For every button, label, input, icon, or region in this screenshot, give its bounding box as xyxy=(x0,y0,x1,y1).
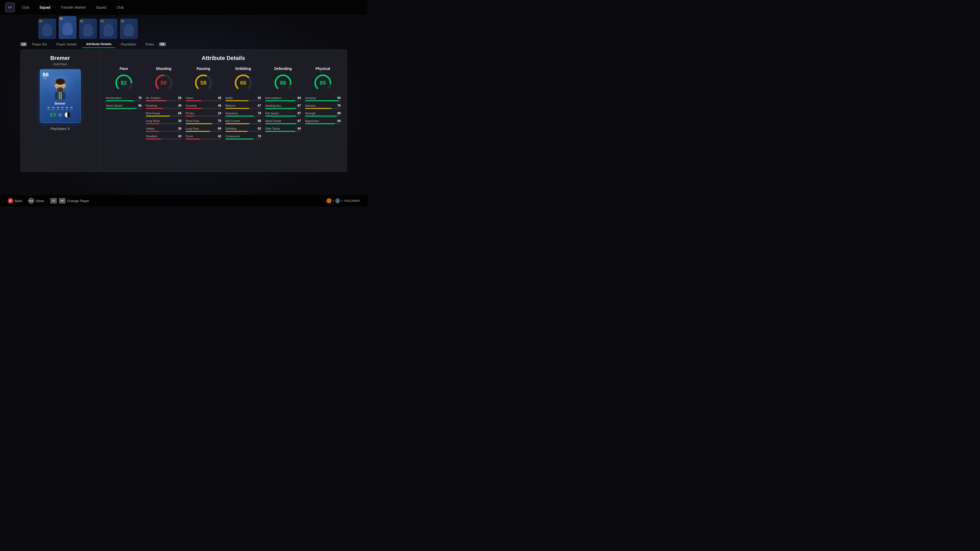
stat-value: 45 xyxy=(218,96,221,100)
card-stat-sho: 50SHO xyxy=(52,106,55,110)
attribute-details-title: Attribute Details xyxy=(106,55,341,62)
card-player-name: Bremer xyxy=(55,102,65,105)
category-physical: Physical85Jumping94Stamina75Strength89Ag… xyxy=(305,67,341,140)
stat-name: Finishing xyxy=(146,104,157,107)
lt-button[interactable]: LT xyxy=(50,198,57,203)
gauge-number-passing: 58 xyxy=(200,79,207,86)
stat-name: Composure xyxy=(225,135,240,138)
stat-name: Long Pass xyxy=(186,127,199,130)
stat-list-dribbling: Agility65Balance67Reactions79Ball Contro… xyxy=(225,96,261,140)
views-label: Views xyxy=(35,199,44,203)
stat-row: Penalties43 xyxy=(146,135,181,140)
player-thumb-1[interactable]: 86 xyxy=(38,19,56,39)
stat-name: Short Pass xyxy=(186,119,199,122)
stat-name: Att. Position xyxy=(146,97,161,100)
player-type: Gold Rare xyxy=(53,62,67,66)
gauge-number-pace: 82 xyxy=(121,79,127,86)
nav-club[interactable]: Club xyxy=(20,4,32,11)
stat-name: Dribbling xyxy=(225,127,236,130)
r-button[interactable]: ◄R► xyxy=(28,198,34,203)
nav-squad2[interactable]: Squad xyxy=(94,4,108,11)
nav-squad[interactable]: Squad xyxy=(38,4,52,11)
svg-point-8 xyxy=(64,84,66,87)
tgamer-logo: THEGAMER xyxy=(344,199,360,202)
rt-button[interactable]: RT xyxy=(59,198,65,203)
category-shooting: Shooting50Att. Position58Finishing49Shot… xyxy=(146,67,181,140)
stat-value: 68 xyxy=(258,119,261,123)
stat-row: Dribbling62 xyxy=(225,127,261,132)
stat-row: Shot Power68 xyxy=(146,111,181,117)
bottom-nav-left: B Back ◄R► Views LT RT Change Player xyxy=(8,198,89,203)
stat-row: Short Pass75 xyxy=(186,119,221,124)
stat-value: 42 xyxy=(218,135,221,138)
stat-value: 84 xyxy=(298,96,301,100)
b-button[interactable]: B xyxy=(8,198,13,203)
top-navigation: U7 Club Squad Transfer Market Squad Club xyxy=(0,0,368,15)
stat-value: 46 xyxy=(218,104,221,107)
stat-value: 87 xyxy=(298,119,301,123)
tab-roles[interactable]: Roles xyxy=(142,41,158,48)
gauge-physical: 85 xyxy=(313,73,333,93)
stat-row: Crossing46 xyxy=(186,104,221,109)
tab-player-details[interactable]: Player Details xyxy=(52,41,81,48)
stat-row: FK Acc.24 xyxy=(186,111,221,117)
stat-row: Long Shots39 xyxy=(146,119,181,124)
stat-name: Stand Tackle xyxy=(265,119,281,122)
stat-name: Interceptions xyxy=(265,97,281,100)
stat-value: 68 xyxy=(178,111,181,115)
player-thumb-2[interactable]: 86 xyxy=(59,16,76,39)
category-passing: Passing58Vision45Crossing46FK Acc.24Shor… xyxy=(186,67,221,140)
svg-text:SA: SA xyxy=(59,114,61,116)
gauge-defending: 86 xyxy=(273,73,293,93)
stat-row: Curve42 xyxy=(186,135,221,140)
svg-rect-3 xyxy=(60,92,62,100)
back-label: Back xyxy=(15,199,22,203)
nav-transfer-market[interactable]: Transfer Market xyxy=(59,4,88,11)
stat-name: Crossing xyxy=(186,104,197,107)
stat-name: Penalties xyxy=(146,135,157,138)
gauge-shooting: 50 xyxy=(153,73,174,93)
back-nav-item: B Back xyxy=(8,198,22,203)
card-stat-phy: 85PHY xyxy=(70,106,73,110)
stat-value: 84 xyxy=(337,119,341,123)
nav-club2[interactable]: Club xyxy=(115,4,126,11)
tab-playstyles[interactable]: PlayStyles xyxy=(117,41,140,48)
player-thumb-5[interactable]: 86 xyxy=(120,19,138,39)
stat-value: 75 xyxy=(337,104,341,107)
stat-value: 38 xyxy=(178,127,181,130)
stat-row: Volleys38 xyxy=(146,127,181,132)
stat-name: Def. Aware xyxy=(265,112,279,115)
stat-value: 39 xyxy=(178,119,181,123)
tab-player-bio[interactable]: Player Bio xyxy=(28,41,51,48)
card-stats-row: 82PAC 50SHO 58PAS 66DRI 86DEF 85PHY xyxy=(47,106,73,110)
bottom-nav-right: ● 1 👥 4 THEGAMER xyxy=(326,198,360,203)
stat-name: Acceleration xyxy=(106,97,121,100)
gauge-number-dribbling: 66 xyxy=(240,79,246,86)
rb-badge: RB xyxy=(159,42,165,46)
svg-point-5 xyxy=(56,79,65,85)
stat-value: 78 xyxy=(258,135,261,138)
tab-attribute-details[interactable]: Attribute Details xyxy=(82,41,116,48)
stat-name: Balance xyxy=(225,104,235,107)
app-logo: U7 xyxy=(5,3,15,12)
playstyles-label: PlayStyles: 6 xyxy=(51,127,70,130)
stat-value: 75 xyxy=(218,119,221,123)
nav-links: Club Squad Transfer Market Squad Club xyxy=(20,4,126,11)
stat-value: 24 xyxy=(218,111,221,115)
stat-row: Composure78 xyxy=(225,135,261,140)
stat-name: Long Shots xyxy=(146,119,160,122)
stat-value: 69 xyxy=(218,127,221,130)
stat-name: FK Acc. xyxy=(186,112,195,115)
card-stat-def: 86DEF xyxy=(65,106,68,110)
player-thumb-4[interactable]: 86 xyxy=(100,19,118,39)
svg-point-11 xyxy=(58,86,59,87)
stat-row: Stand Tackle87 xyxy=(265,119,301,124)
stat-name: Stamina xyxy=(305,104,315,107)
player-cards-row: 86 86 86 86 86 xyxy=(0,14,368,39)
player-thumb-3[interactable]: 86 xyxy=(79,19,97,39)
stat-name: Shot Power xyxy=(146,112,160,115)
stat-list-pace: Acceleration78Sprint Speed86 xyxy=(106,96,142,109)
stat-name: Ball Control xyxy=(225,119,240,122)
stat-list-shooting: Att. Position58Finishing49Shot Power68Lo… xyxy=(146,96,181,140)
stat-value: 49 xyxy=(178,104,181,107)
